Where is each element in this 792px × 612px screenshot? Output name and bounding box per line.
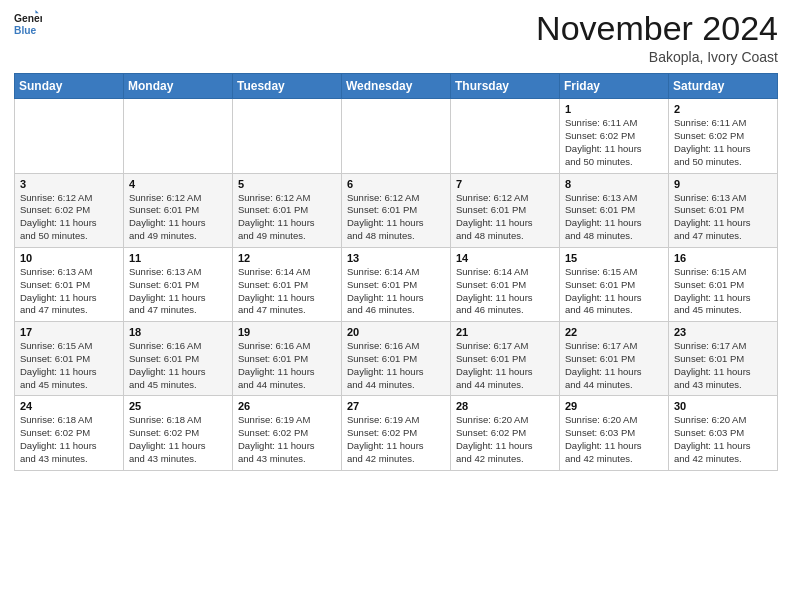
day-number: 21: [456, 326, 554, 338]
empty-cell: [124, 99, 233, 173]
day-info: Sunrise: 6:17 AMSunset: 6:01 PMDaylight:…: [456, 340, 554, 391]
week-row-5: 24Sunrise: 6:18 AMSunset: 6:02 PMDayligh…: [15, 396, 778, 470]
day-cell-10: 10Sunrise: 6:13 AMSunset: 6:01 PMDayligh…: [15, 247, 124, 321]
day-info: Sunrise: 6:16 AMSunset: 6:01 PMDaylight:…: [347, 340, 445, 391]
day-info: Sunrise: 6:15 AMSunset: 6:01 PMDaylight:…: [674, 266, 772, 317]
day-cell-6: 6Sunrise: 6:12 AMSunset: 6:01 PMDaylight…: [342, 173, 451, 247]
day-info: Sunrise: 6:18 AMSunset: 6:02 PMDaylight:…: [20, 414, 118, 465]
day-number: 12: [238, 252, 336, 264]
day-cell-11: 11Sunrise: 6:13 AMSunset: 6:01 PMDayligh…: [124, 247, 233, 321]
day-cell-30: 30Sunrise: 6:20 AMSunset: 6:03 PMDayligh…: [669, 396, 778, 470]
day-number: 30: [674, 400, 772, 412]
day-info: Sunrise: 6:15 AMSunset: 6:01 PMDaylight:…: [565, 266, 663, 317]
day-info: Sunrise: 6:13 AMSunset: 6:01 PMDaylight:…: [129, 266, 227, 317]
day-info: Sunrise: 6:11 AMSunset: 6:02 PMDaylight:…: [565, 117, 663, 168]
empty-cell: [233, 99, 342, 173]
day-info: Sunrise: 6:12 AMSunset: 6:02 PMDaylight:…: [20, 192, 118, 243]
day-info: Sunrise: 6:12 AMSunset: 6:01 PMDaylight:…: [456, 192, 554, 243]
day-info: Sunrise: 6:12 AMSunset: 6:01 PMDaylight:…: [129, 192, 227, 243]
day-number: 27: [347, 400, 445, 412]
weekday-header-sunday: Sunday: [15, 74, 124, 99]
day-info: Sunrise: 6:17 AMSunset: 6:01 PMDaylight:…: [674, 340, 772, 391]
day-number: 25: [129, 400, 227, 412]
day-cell-7: 7Sunrise: 6:12 AMSunset: 6:01 PMDaylight…: [451, 173, 560, 247]
day-info: Sunrise: 6:20 AMSunset: 6:03 PMDaylight:…: [674, 414, 772, 465]
day-number: 17: [20, 326, 118, 338]
day-cell-15: 15Sunrise: 6:15 AMSunset: 6:01 PMDayligh…: [560, 247, 669, 321]
day-cell-26: 26Sunrise: 6:19 AMSunset: 6:02 PMDayligh…: [233, 396, 342, 470]
day-number: 18: [129, 326, 227, 338]
day-cell-29: 29Sunrise: 6:20 AMSunset: 6:03 PMDayligh…: [560, 396, 669, 470]
day-info: Sunrise: 6:13 AMSunset: 6:01 PMDaylight:…: [565, 192, 663, 243]
day-info: Sunrise: 6:15 AMSunset: 6:01 PMDaylight:…: [20, 340, 118, 391]
weekday-header-wednesday: Wednesday: [342, 74, 451, 99]
weekday-header-tuesday: Tuesday: [233, 74, 342, 99]
empty-cell: [15, 99, 124, 173]
week-row-4: 17Sunrise: 6:15 AMSunset: 6:01 PMDayligh…: [15, 322, 778, 396]
weekday-header-row: SundayMondayTuesdayWednesdayThursdayFrid…: [15, 74, 778, 99]
day-info: Sunrise: 6:16 AMSunset: 6:01 PMDaylight:…: [238, 340, 336, 391]
day-info: Sunrise: 6:19 AMSunset: 6:02 PMDaylight:…: [347, 414, 445, 465]
weekday-header-monday: Monday: [124, 74, 233, 99]
day-cell-22: 22Sunrise: 6:17 AMSunset: 6:01 PMDayligh…: [560, 322, 669, 396]
location: Bakopla, Ivory Coast: [536, 49, 778, 65]
weekday-header-friday: Friday: [560, 74, 669, 99]
day-cell-24: 24Sunrise: 6:18 AMSunset: 6:02 PMDayligh…: [15, 396, 124, 470]
day-number: 9: [674, 178, 772, 190]
day-cell-28: 28Sunrise: 6:20 AMSunset: 6:02 PMDayligh…: [451, 396, 560, 470]
day-info: Sunrise: 6:14 AMSunset: 6:01 PMDaylight:…: [456, 266, 554, 317]
day-number: 5: [238, 178, 336, 190]
day-info: Sunrise: 6:19 AMSunset: 6:02 PMDaylight:…: [238, 414, 336, 465]
day-number: 14: [456, 252, 554, 264]
day-cell-12: 12Sunrise: 6:14 AMSunset: 6:01 PMDayligh…: [233, 247, 342, 321]
svg-marker-2: [35, 10, 38, 13]
day-cell-9: 9Sunrise: 6:13 AMSunset: 6:01 PMDaylight…: [669, 173, 778, 247]
day-cell-2: 2Sunrise: 6:11 AMSunset: 6:02 PMDaylight…: [669, 99, 778, 173]
day-cell-23: 23Sunrise: 6:17 AMSunset: 6:01 PMDayligh…: [669, 322, 778, 396]
day-number: 1: [565, 103, 663, 115]
day-info: Sunrise: 6:14 AMSunset: 6:01 PMDaylight:…: [347, 266, 445, 317]
day-number: 23: [674, 326, 772, 338]
empty-cell: [342, 99, 451, 173]
day-number: 29: [565, 400, 663, 412]
day-cell-18: 18Sunrise: 6:16 AMSunset: 6:01 PMDayligh…: [124, 322, 233, 396]
day-number: 15: [565, 252, 663, 264]
day-cell-3: 3Sunrise: 6:12 AMSunset: 6:02 PMDaylight…: [15, 173, 124, 247]
day-number: 4: [129, 178, 227, 190]
weekday-header-saturday: Saturday: [669, 74, 778, 99]
week-row-2: 3Sunrise: 6:12 AMSunset: 6:02 PMDaylight…: [15, 173, 778, 247]
day-info: Sunrise: 6:18 AMSunset: 6:02 PMDaylight:…: [129, 414, 227, 465]
day-cell-5: 5Sunrise: 6:12 AMSunset: 6:01 PMDaylight…: [233, 173, 342, 247]
calendar: SundayMondayTuesdayWednesdayThursdayFrid…: [14, 73, 778, 470]
day-number: 13: [347, 252, 445, 264]
day-number: 16: [674, 252, 772, 264]
svg-text:Blue: Blue: [14, 25, 37, 36]
logo: General Blue General Blue: [14, 10, 42, 38]
day-number: 6: [347, 178, 445, 190]
header: General Blue General Blue November 2024 …: [14, 10, 778, 65]
day-number: 22: [565, 326, 663, 338]
day-cell-21: 21Sunrise: 6:17 AMSunset: 6:01 PMDayligh…: [451, 322, 560, 396]
day-number: 24: [20, 400, 118, 412]
day-info: Sunrise: 6:12 AMSunset: 6:01 PMDaylight:…: [238, 192, 336, 243]
day-info: Sunrise: 6:17 AMSunset: 6:01 PMDaylight:…: [565, 340, 663, 391]
day-number: 20: [347, 326, 445, 338]
day-info: Sunrise: 6:16 AMSunset: 6:01 PMDaylight:…: [129, 340, 227, 391]
day-info: Sunrise: 6:20 AMSunset: 6:02 PMDaylight:…: [456, 414, 554, 465]
day-number: 28: [456, 400, 554, 412]
day-number: 19: [238, 326, 336, 338]
day-cell-19: 19Sunrise: 6:16 AMSunset: 6:01 PMDayligh…: [233, 322, 342, 396]
day-cell-4: 4Sunrise: 6:12 AMSunset: 6:01 PMDaylight…: [124, 173, 233, 247]
page: General Blue General Blue November 2024 …: [0, 0, 792, 485]
day-info: Sunrise: 6:20 AMSunset: 6:03 PMDaylight:…: [565, 414, 663, 465]
month-title: November 2024: [536, 10, 778, 47]
week-row-1: 1Sunrise: 6:11 AMSunset: 6:02 PMDaylight…: [15, 99, 778, 173]
day-cell-13: 13Sunrise: 6:14 AMSunset: 6:01 PMDayligh…: [342, 247, 451, 321]
svg-text:General: General: [14, 13, 42, 24]
day-cell-25: 25Sunrise: 6:18 AMSunset: 6:02 PMDayligh…: [124, 396, 233, 470]
day-cell-20: 20Sunrise: 6:16 AMSunset: 6:01 PMDayligh…: [342, 322, 451, 396]
logo-icon: General Blue: [14, 10, 42, 38]
day-number: 3: [20, 178, 118, 190]
day-info: Sunrise: 6:12 AMSunset: 6:01 PMDaylight:…: [347, 192, 445, 243]
day-number: 7: [456, 178, 554, 190]
